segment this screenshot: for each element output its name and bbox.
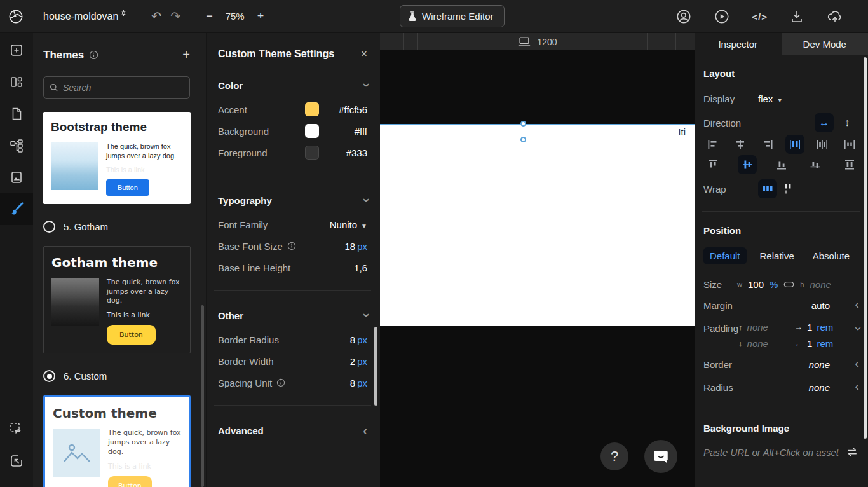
padding-left-unit[interactable]: rem bbox=[817, 338, 833, 349]
accent-color-swatch[interactable] bbox=[305, 102, 319, 116]
theme-radio-custom[interactable]: 6. Custom bbox=[43, 370, 190, 382]
border-radius-value[interactable]: 8px bbox=[350, 334, 367, 345]
justify-space-around-button[interactable] bbox=[813, 135, 832, 154]
padding-top-value[interactable]: none bbox=[747, 322, 768, 333]
breakpoint-strip[interactable]: 1200 bbox=[380, 33, 695, 50]
info-icon[interactable] bbox=[287, 242, 296, 250]
background-image-url-input[interactable] bbox=[703, 447, 845, 458]
info-icon[interactable] bbox=[276, 378, 285, 387]
border-width-value[interactable]: 2px bbox=[350, 356, 367, 367]
justify-center-button[interactable] bbox=[731, 135, 750, 154]
rail-components-button[interactable] bbox=[0, 66, 33, 98]
wrap-wrap-button[interactable] bbox=[778, 179, 797, 198]
chevron-down-icon[interactable]: ‹ bbox=[853, 327, 861, 331]
play-preview-button[interactable] bbox=[714, 8, 730, 25]
canvas[interactable]: 1200 Iti bbox=[380, 33, 695, 487]
themes-scrollbar[interactable] bbox=[201, 305, 204, 487]
direction-column-button[interactable]: ↕ bbox=[837, 113, 857, 132]
position-default-option[interactable]: Default bbox=[703, 247, 747, 264]
justify-space-between-button[interactable] bbox=[785, 135, 804, 154]
chevron-left-icon[interactable]: ‹ bbox=[855, 382, 859, 390]
theme-card-custom-selected[interactable]: Custom theme The quick, brown fox jumps … bbox=[43, 395, 191, 487]
spacing-unit-value[interactable]: 8px bbox=[350, 378, 367, 388]
width-unit[interactable]: % bbox=[770, 279, 778, 290]
cloud-upload-button[interactable] bbox=[826, 9, 844, 24]
chevron-left-icon[interactable]: ‹ bbox=[855, 300, 859, 308]
zoom-in-button[interactable]: + bbox=[257, 10, 264, 23]
radius-value[interactable]: none bbox=[760, 382, 830, 393]
spacing-unit-unit[interactable]: px bbox=[357, 378, 367, 388]
other-section-header[interactable]: Other ‹ bbox=[218, 308, 367, 322]
inspector-scrollbar[interactable] bbox=[864, 57, 867, 439]
align-baseline-button[interactable] bbox=[806, 155, 825, 174]
padding-left-value[interactable]: 1 bbox=[807, 338, 812, 349]
selection-handle-top[interactable] bbox=[520, 121, 526, 127]
accent-color-value[interactable]: #ffcf56 bbox=[322, 104, 367, 115]
add-theme-button[interactable]: + bbox=[182, 48, 190, 62]
padding-right-value[interactable]: 1 bbox=[807, 322, 812, 333]
base-line-height-value[interactable]: 1,6 bbox=[354, 263, 367, 273]
typography-section-header[interactable]: Typography ‹ bbox=[218, 193, 367, 207]
rail-assets-button[interactable] bbox=[0, 161, 33, 193]
wireframe-page[interactable]: Iti bbox=[380, 124, 695, 326]
rail-theme-button[interactable] bbox=[0, 193, 33, 225]
chevron-left-icon[interactable]: ‹ bbox=[855, 359, 859, 367]
zoom-out-button[interactable]: − bbox=[206, 10, 213, 23]
help-button[interactable]: ? bbox=[600, 442, 628, 470]
theme-radio-gotham[interactable]: 5. Gotham bbox=[43, 221, 190, 233]
display-value-dropdown[interactable]: flex▼ bbox=[758, 93, 783, 104]
undo-button[interactable]: ↶ bbox=[151, 9, 161, 24]
position-absolute-option[interactable]: Absolute bbox=[808, 247, 855, 264]
padding-right-unit[interactable]: rem bbox=[817, 322, 833, 333]
align-start-button[interactable] bbox=[703, 155, 722, 174]
theme-card-gotham[interactable]: Gotham theme The quick, brown fox jumps … bbox=[43, 246, 191, 354]
theme-search-input[interactable] bbox=[43, 76, 190, 99]
padding-bottom-value[interactable]: none bbox=[747, 338, 768, 349]
justify-space-evenly-button[interactable] bbox=[840, 135, 859, 154]
height-value[interactable]: none bbox=[810, 279, 831, 290]
account-button[interactable] bbox=[675, 8, 692, 25]
redo-button[interactable]: ↷ bbox=[170, 9, 180, 24]
align-center-button[interactable] bbox=[738, 155, 757, 174]
chat-support-button[interactable] bbox=[644, 440, 677, 473]
border-radius-unit[interactable]: px bbox=[357, 334, 367, 345]
swap-asset-icon[interactable] bbox=[845, 446, 859, 458]
code-export-button[interactable]: </> bbox=[752, 11, 768, 22]
theme-card-bootstrap[interactable]: Bootstrap theme The quick, brown fox jum… bbox=[43, 112, 191, 204]
width-value[interactable]: 100 bbox=[748, 279, 764, 290]
advanced-section-header[interactable]: Advanced ‹ bbox=[218, 423, 367, 437]
border-value[interactable]: none bbox=[760, 359, 830, 370]
selection-handle-bottom[interactable] bbox=[520, 137, 526, 142]
rail-pages-button[interactable] bbox=[0, 98, 33, 130]
rail-hide-ui-button[interactable] bbox=[0, 413, 33, 445]
tab-inspector[interactable]: Inspector bbox=[695, 33, 782, 55]
tab-dev-mode[interactable]: Dev Mode bbox=[782, 33, 868, 55]
foreground-color-value[interactable]: #333 bbox=[322, 147, 367, 158]
base-font-size-value[interactable]: 18px bbox=[344, 241, 367, 252]
foreground-color-swatch[interactable] bbox=[305, 146, 319, 160]
wrap-nowrap-button[interactable] bbox=[758, 179, 777, 198]
border-width-unit[interactable]: px bbox=[357, 356, 367, 367]
selected-navbar-element[interactable]: Iti bbox=[380, 124, 695, 139]
align-end-button[interactable] bbox=[772, 155, 791, 174]
rail-tree-button[interactable] bbox=[0, 130, 33, 161]
document-settings-gear-icon[interactable] bbox=[120, 10, 127, 17]
font-size-unit[interactable]: px bbox=[357, 241, 367, 252]
justify-start-button[interactable] bbox=[703, 135, 722, 154]
settings-scrollbar[interactable] bbox=[374, 327, 377, 406]
close-icon[interactable]: × bbox=[361, 48, 367, 60]
app-logo-icon[interactable] bbox=[8, 8, 24, 25]
rail-add-frame-button[interactable] bbox=[0, 34, 33, 66]
color-section-header[interactable]: Color ‹ bbox=[218, 78, 367, 92]
background-color-value[interactable]: #fff bbox=[322, 126, 367, 137]
themes-info-icon[interactable] bbox=[89, 50, 98, 60]
font-family-value[interactable]: Nunito▼ bbox=[330, 219, 367, 230]
wireframe-editor-mode-button[interactable]: Wireframe Editor bbox=[400, 5, 505, 27]
link-dimensions-icon[interactable] bbox=[783, 281, 794, 288]
direction-row-button[interactable]: ↔ bbox=[815, 113, 834, 132]
rail-import-button[interactable] bbox=[0, 445, 33, 477]
zoom-level[interactable]: 75% bbox=[223, 11, 247, 22]
navbar-item-text[interactable]: Iti bbox=[678, 127, 686, 137]
position-relative-option[interactable]: Relative bbox=[755, 247, 799, 264]
margin-value[interactable]: auto bbox=[760, 300, 830, 311]
